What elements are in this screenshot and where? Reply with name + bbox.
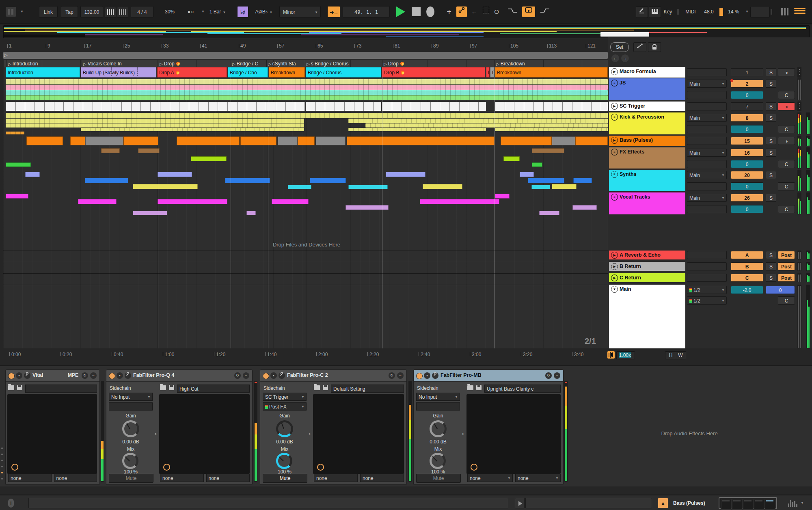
device-drop-area[interactable]: Drop Audio Effects Here — [570, 370, 809, 484]
track-io-select[interactable]: Main▼ — [687, 194, 727, 202]
track-volume-field[interactable]: 0 — [731, 125, 763, 133]
scale-mode-button[interactable]: ♭♯ — [237, 6, 248, 17]
bass-clip[interactable] — [316, 136, 346, 145]
post-button[interactable]: Post — [778, 251, 795, 259]
preview-play-button[interactable] — [515, 498, 525, 508]
group-icon[interactable]: ≡ — [611, 194, 618, 201]
folder-icon[interactable] — [467, 385, 473, 390]
clip-lane-segment[interactable] — [495, 128, 608, 131]
arrangement-clip[interactable] — [572, 205, 597, 210]
locator-flag[interactable]: ▷Vocals Come In — [82, 60, 122, 68]
macro-map-select[interactable]: none — [360, 474, 404, 482]
arrangement-clip[interactable]: Introduction — [6, 67, 80, 78]
track-volume-field[interactable]: 0 — [731, 160, 763, 168]
fold-device-view-button[interactable]: ▲ — [658, 498, 668, 508]
capture-midi-button[interactable]: O — [492, 6, 501, 17]
clip-lane-segment[interactable] — [306, 102, 381, 111]
device-more-icon[interactable]: ••• — [554, 372, 560, 379]
track-name-bass-pulses-[interactable]: ▶Bass (Pulses) — [609, 136, 685, 146]
solo-button[interactable]: S — [766, 68, 776, 76]
locator-row[interactable]: ▷Introduction▷Vocals Come In▷Drop▷Bridge… — [3, 60, 608, 68]
clip-lane-segment[interactable] — [365, 123, 608, 128]
play-icon[interactable]: ▶ — [611, 137, 618, 144]
mute-button[interactable]: Mute — [416, 474, 461, 483]
macro-map-select[interactable]: none▼ — [467, 474, 513, 482]
device-fold-caret[interactable]: ▼ — [270, 372, 277, 379]
mute-button[interactable]: Mute — [263, 474, 307, 483]
locator-flag[interactable]: ▷cSynth Sta — [266, 60, 296, 68]
arrangement-clip[interactable]: Bridge / Cho — [228, 67, 268, 78]
track-volume-field[interactable]: 0 — [731, 205, 763, 213]
device-more-icon[interactable]: ••• — [90, 372, 97, 379]
track-io-select[interactable] — [687, 125, 727, 133]
freeze-button[interactable]: ◑ — [778, 68, 795, 76]
locator-flag[interactable]: ▷Drop — [158, 60, 180, 68]
meter-bars-icon[interactable] — [788, 499, 798, 508]
preset-name-box[interactable]: Upright Bass Clarity c — [484, 385, 561, 393]
zoom-width-button[interactable]: W — [675, 351, 686, 359]
track-io-select[interactable]: Main▼ — [687, 149, 727, 157]
clip-lane-segment[interactable] — [6, 95, 608, 100]
track-io-select[interactable] — [687, 137, 727, 145]
metronome-button[interactable]: ●○ — [184, 6, 198, 17]
arrangement-clip[interactable] — [272, 199, 309, 204]
track-io-select[interactable] — [687, 182, 727, 190]
bar-ruler[interactable]: 191725334149576573818997105113121 — [3, 38, 608, 52]
device-on-button[interactable] — [109, 373, 115, 379]
locator-flag[interactable]: ▷Bridge / C — [231, 60, 258, 68]
device-display-panel[interactable] — [7, 394, 97, 474]
sidechain-input-select[interactable]: No Input▼ — [109, 393, 153, 401]
computer-midi-keyboard-button[interactable] — [649, 6, 661, 18]
arrangement-clip[interactable]: Build-Up (Slowly Builds) — [81, 67, 156, 78]
preset-name-box[interactable] — [25, 385, 97, 393]
arrangement-clip[interactable] — [133, 211, 167, 215]
crossfade-button[interactable]: C — [778, 296, 795, 305]
track-io-select[interactable] — [687, 102, 727, 110]
arrangement-clip[interactable] — [288, 185, 311, 189]
play-icon[interactable]: ▶ — [611, 252, 618, 259]
arrangement-clip[interactable] — [386, 172, 425, 177]
arrangement-clip[interactable] — [6, 194, 28, 199]
track-name-js[interactable]: ≡JS — [609, 78, 685, 100]
crossfade-button[interactable]: C — [778, 182, 795, 190]
locator-flag[interactable]: ▷Drop — [382, 60, 404, 68]
track-io-select[interactable]: Main▼ — [687, 80, 727, 88]
mix-knob[interactable] — [276, 453, 292, 469]
track-volume-field[interactable]: 2 — [731, 80, 763, 88]
clip-lane-segment[interactable] — [81, 128, 304, 131]
arrangement-clip[interactable] — [25, 172, 40, 177]
track-io-select[interactable] — [687, 160, 727, 168]
solo-button[interactable]: S — [766, 102, 776, 110]
solo-button[interactable]: S — [766, 171, 776, 179]
device-refresh-icon[interactable]: ↻ — [545, 372, 552, 379]
track-volume-field[interactable]: 8 — [731, 114, 763, 122]
play-icon[interactable]: ▶ — [611, 274, 618, 281]
window-layout-button[interactable] — [6, 7, 16, 17]
pan-field[interactable]: 0 — [766, 286, 795, 294]
bass-clip[interactable] — [240, 136, 276, 145]
stop-button[interactable] — [412, 7, 421, 16]
tap-tempo-button[interactable]: Tap — [61, 6, 78, 17]
playback-speed-field[interactable]: 1.00x — [616, 351, 635, 359]
device-title-bar[interactable]: ▼FabFilter Pro-C 2↻••• — [260, 370, 406, 382]
track-volume-field[interactable]: 7 — [731, 102, 763, 110]
key-map-button[interactable]: Key — [661, 6, 675, 17]
track-name-a-reverb-echo[interactable]: ▶A Reverb & Echo — [609, 251, 685, 259]
bass-clip[interactable] — [278, 136, 298, 145]
bass-clip[interactable] — [575, 136, 608, 145]
punch-in-button[interactable] — [506, 6, 519, 17]
solo-button[interactable]: S — [766, 194, 776, 202]
device-hot-swap-icon[interactable] — [279, 372, 285, 379]
track-volume-field[interactable]: 26 — [731, 194, 763, 202]
solo-button[interactable]: S — [766, 274, 776, 282]
device-title-bar[interactable]: ▼FabFilter Pro-MB↻••• — [414, 370, 563, 382]
freeze-button[interactable]: ◑ — [778, 137, 795, 145]
device-refresh-icon[interactable]: ↻ — [234, 372, 241, 379]
play-icon[interactable]: ▶ — [611, 103, 618, 110]
device-display-panel[interactable] — [466, 394, 561, 474]
cpu-caret-icon[interactable]: ▼ — [745, 6, 749, 17]
track-name-b-return[interactable]: ▶B Return — [609, 262, 685, 271]
midi-map-button[interactable]: MIDI — [683, 6, 698, 17]
track-io-select[interactable]: Main▼ — [687, 171, 727, 179]
macro-map-select[interactable]: none — [8, 474, 52, 482]
